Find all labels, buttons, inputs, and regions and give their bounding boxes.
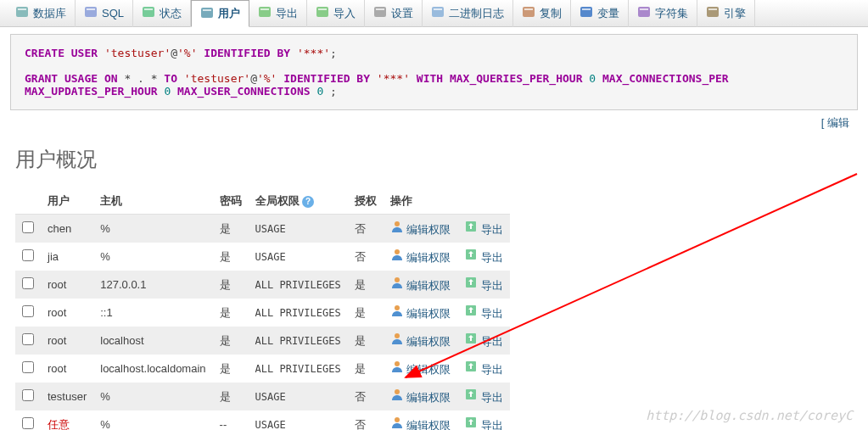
sql-keyword: TO bbox=[158, 72, 184, 85]
cell-password: 是 bbox=[213, 299, 249, 327]
table-row: 任意%--USAGE否 编辑权限 导出 bbox=[15, 410, 510, 430]
svg-rect-20 bbox=[638, 7, 650, 17]
tab-label: 状态 bbox=[160, 6, 182, 21]
user-edit-icon bbox=[390, 223, 404, 236]
svg-rect-7 bbox=[203, 9, 211, 11]
cell-grant: 否 bbox=[348, 410, 384, 430]
sql-text: ; bbox=[323, 85, 337, 98]
tab-binlog[interactable]: 二进制日志 bbox=[423, 0, 513, 27]
edit-priv-link[interactable]: 编辑权限 bbox=[406, 391, 451, 404]
cell-priv: ALL PRIVILEGES bbox=[249, 355, 348, 383]
row-checkbox[interactable] bbox=[22, 361, 34, 373]
import-icon bbox=[316, 5, 329, 21]
tab-import[interactable]: 导入 bbox=[307, 0, 365, 27]
tab-status[interactable]: 状态 bbox=[133, 0, 191, 27]
tab-settings[interactable]: 设置 bbox=[365, 0, 423, 27]
row-checkbox[interactable] bbox=[22, 277, 34, 289]
svg-rect-17 bbox=[524, 8, 533, 10]
cell-user: chen bbox=[41, 215, 93, 243]
row-checkbox[interactable] bbox=[22, 333, 34, 345]
cell-priv: USAGE bbox=[249, 243, 348, 271]
col-global-priv: 全局权限 ? bbox=[249, 188, 348, 215]
settings-icon bbox=[373, 5, 387, 21]
tab-db[interactable]: 数据库 bbox=[7, 0, 76, 27]
sql-string: '%' bbox=[177, 47, 197, 59]
cell-grant: 否 bbox=[348, 215, 384, 243]
svg-rect-2 bbox=[85, 7, 97, 17]
help-icon[interactable]: ? bbox=[302, 196, 314, 208]
cell-password: 是 bbox=[213, 215, 249, 243]
row-checkbox[interactable] bbox=[22, 249, 34, 261]
user-edit-icon bbox=[390, 419, 404, 430]
row-checkbox[interactable] bbox=[22, 221, 34, 233]
export-icon bbox=[464, 335, 478, 348]
tab-label: 变量 bbox=[597, 6, 619, 21]
edit-priv-link[interactable]: 编辑权限 bbox=[406, 335, 451, 348]
tab-charset[interactable]: 字符集 bbox=[629, 0, 697, 27]
users-table: 用户 主机 密码 全局权限 ? 授权 操作 chen%是USAGE否 编辑权限 … bbox=[15, 188, 510, 430]
sql-keyword: USER bbox=[71, 47, 104, 59]
edit-priv-link[interactable]: 编辑权限 bbox=[406, 251, 451, 264]
edit-priv-link[interactable]: 编辑权限 bbox=[406, 279, 451, 292]
sql-result-box: CREATE USER 'testuser'@'%' IDENTIFIED BY… bbox=[10, 34, 858, 110]
export-link[interactable]: 导出 bbox=[481, 223, 503, 236]
cell-user: testuser bbox=[41, 383, 93, 410]
table-row: rootlocalhost是ALL PRIVILEGES是 编辑权限 导出 bbox=[15, 327, 510, 355]
binlog-icon bbox=[431, 5, 445, 21]
export-link[interactable]: 导出 bbox=[481, 363, 503, 376]
export-link[interactable]: 导出 bbox=[481, 251, 503, 264]
table-row: rootlocalhost.localdomain是ALL PRIVILEGES… bbox=[15, 355, 510, 383]
cell-host: ::1 bbox=[93, 299, 212, 327]
sql-number: 0 bbox=[589, 72, 596, 85]
row-checkbox[interactable] bbox=[22, 305, 34, 317]
tab-replication[interactable]: 复制 bbox=[513, 0, 571, 27]
cell-user: 任意 bbox=[41, 410, 93, 430]
sql-keyword: CREATE bbox=[25, 47, 71, 59]
row-checkbox[interactable] bbox=[22, 417, 34, 429]
engine-icon bbox=[706, 5, 720, 21]
cell-user: root bbox=[41, 355, 93, 383]
cell-grant: 是 bbox=[348, 355, 384, 383]
svg-rect-4 bbox=[143, 7, 154, 17]
tab-sql[interactable]: SQL bbox=[76, 0, 133, 27]
user-edit-icon bbox=[390, 335, 404, 348]
edit-priv-link[interactable]: 编辑权限 bbox=[406, 223, 451, 236]
edit-priv-link[interactable]: 编辑权限 bbox=[406, 419, 451, 430]
tab-engine[interactable]: 引擎 bbox=[697, 0, 755, 27]
export-link[interactable]: 导出 bbox=[481, 279, 503, 292]
col-user: 用户 bbox=[41, 188, 93, 215]
cell-host: % bbox=[93, 410, 212, 430]
edit-priv-link[interactable]: 编辑权限 bbox=[406, 363, 451, 376]
export-link[interactable]: 导出 bbox=[481, 335, 503, 348]
export-icon bbox=[464, 279, 478, 292]
cell-grant: 是 bbox=[348, 271, 384, 299]
export-link[interactable]: 导出 bbox=[481, 307, 503, 320]
sql-keyword: GRANT USAGE ON bbox=[25, 72, 124, 85]
col-checkbox bbox=[15, 188, 41, 215]
cell-password: 是 bbox=[213, 355, 249, 383]
col-grant: 授权 bbox=[348, 188, 384, 215]
watermark: http://blog.csdn.net/coreyC bbox=[646, 408, 853, 423]
page-heading: 用户概况 bbox=[15, 146, 853, 173]
tab-vars[interactable]: 变量 bbox=[571, 0, 629, 27]
sql-text: @ bbox=[171, 47, 177, 59]
export-link[interactable]: 导出 bbox=[481, 419, 503, 430]
status-icon bbox=[142, 5, 155, 21]
svg-point-38 bbox=[395, 417, 400, 422]
svg-rect-15 bbox=[434, 8, 442, 10]
table-row: jia%是USAGE否 编辑权限 导出 bbox=[15, 243, 510, 271]
tab-users[interactable]: 用户 bbox=[191, 0, 249, 27]
edit-sql-link[interactable]: [ 编辑 bbox=[821, 116, 849, 129]
tab-export[interactable]: 导出 bbox=[249, 0, 307, 27]
svg-rect-10 bbox=[316, 7, 328, 17]
sql-string: 'testuser' bbox=[184, 72, 250, 85]
export-icon bbox=[464, 391, 478, 404]
export-link[interactable]: 导出 bbox=[481, 391, 503, 404]
user-edit-icon bbox=[390, 307, 404, 320]
cell-priv: USAGE bbox=[249, 215, 348, 243]
sql-keyword: MAX_UPDATES_PER_HOUR bbox=[25, 85, 164, 98]
svg-rect-18 bbox=[580, 7, 592, 17]
edit-priv-link[interactable]: 编辑权限 bbox=[406, 307, 451, 320]
row-checkbox[interactable] bbox=[22, 389, 34, 401]
svg-point-24 bbox=[395, 221, 400, 226]
